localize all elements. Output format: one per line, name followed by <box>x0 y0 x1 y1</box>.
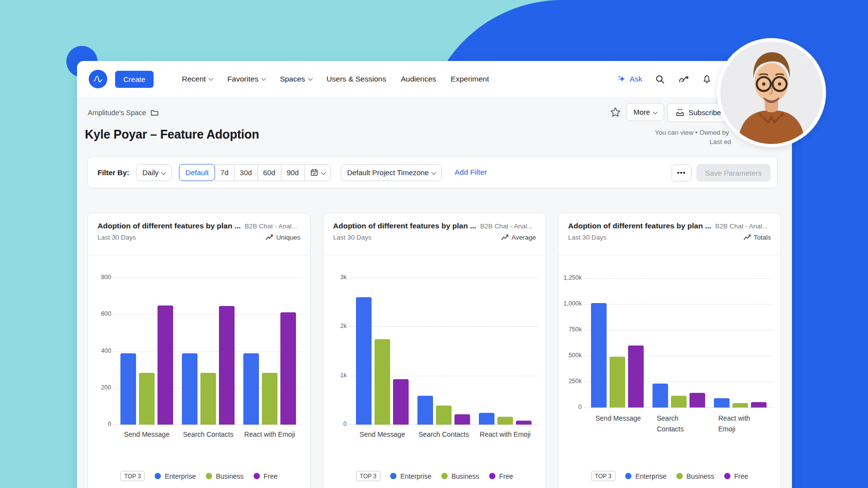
legend-item-business[interactable]: Business <box>676 472 714 480</box>
line-chart-icon <box>744 234 751 241</box>
bar-free[interactable] <box>454 414 470 425</box>
bar-business[interactable] <box>139 373 155 425</box>
chart-header: Adoption of different features by plan .… <box>323 213 546 255</box>
save-parameters-button[interactable]: Save Parameters <box>696 164 770 182</box>
app-window: Create Recent Favorites Spaces Users & S… <box>77 61 792 488</box>
y-tick-label: 200 <box>89 384 111 391</box>
x-axis-label: React with Emoji <box>718 413 767 434</box>
chart-title[interactable]: Adoption of different features by plan .… <box>98 222 241 230</box>
avatar[interactable] <box>717 38 826 147</box>
insights-icon[interactable] <box>678 74 689 85</box>
chart-title[interactable]: Adoption of different features by plan .… <box>333 222 476 230</box>
chevron-down-icon <box>653 110 658 115</box>
chart-title[interactable]: Adoption of different features by plan .… <box>568 222 711 230</box>
bar-business[interactable] <box>200 373 216 425</box>
legend-item-business[interactable]: Business <box>206 472 244 480</box>
bar-business[interactable] <box>436 406 452 425</box>
bar-enterprise[interactable] <box>182 353 197 425</box>
bar-group <box>352 297 413 425</box>
y-tick-label: 2k <box>324 323 347 330</box>
bar-business[interactable] <box>262 373 277 425</box>
bar-enterprise[interactable] <box>652 384 668 407</box>
bell-icon[interactable] <box>702 74 712 84</box>
page-title: Kyle Poyar – Feature Adoption <box>85 127 259 142</box>
legend-item-free[interactable]: Free <box>724 472 749 480</box>
chart-source: B2B Chat - Anal... <box>245 223 297 230</box>
bar-free[interactable] <box>280 312 296 425</box>
custom-date-button[interactable] <box>304 164 331 181</box>
screenshot-stage: Create Recent Favorites Spaces Users & S… <box>0 0 868 488</box>
ask-button[interactable]: Ask <box>617 74 642 84</box>
segment-7d[interactable]: 7d <box>215 164 235 181</box>
permission-text: You can view • Owned by <box>655 129 729 136</box>
x-axis-label: Send Message <box>352 430 413 438</box>
legend-item-free[interactable]: Free <box>254 472 278 480</box>
bar-enterprise[interactable] <box>356 297 372 425</box>
bar-enterprise[interactable] <box>591 303 607 407</box>
amplitude-logo-icon[interactable] <box>89 70 107 88</box>
legend-item-enterprise[interactable]: Enterprise <box>155 472 196 480</box>
bar-enterprise[interactable] <box>243 353 259 425</box>
chevron-down-icon <box>308 76 313 81</box>
nav-item-audiences[interactable]: Audiences <box>401 75 436 83</box>
bar-enterprise[interactable] <box>714 398 730 407</box>
y-tick-label: 3k <box>324 274 347 281</box>
bar-business[interactable] <box>375 339 390 425</box>
legend-item-enterprise[interactable]: Enterprise <box>390 472 432 480</box>
chart-range: Last 30 Days <box>568 234 607 241</box>
bar-enterprise[interactable] <box>417 396 433 425</box>
bar-enterprise[interactable] <box>479 413 494 425</box>
bar-free[interactable] <box>690 393 705 407</box>
more-button[interactable]: More <box>626 103 664 121</box>
top3-badge: TOP 3 <box>356 471 380 481</box>
bar-free[interactable] <box>628 346 644 407</box>
chart-source: B2B Chat - Anal... <box>480 223 533 230</box>
bar-group <box>178 306 239 425</box>
star-icon[interactable] <box>610 107 621 120</box>
more-options-button[interactable] <box>671 164 691 182</box>
legend-dot <box>390 473 396 479</box>
legend-item-business[interactable]: Business <box>441 472 479 480</box>
y-tick-label: 0 <box>89 421 111 427</box>
y-tick-label: 400 <box>89 347 111 354</box>
nav-item-experiment[interactable]: Experiment <box>451 75 489 83</box>
chart-legend: TOP 3 Enterprise Business Free <box>93 471 305 481</box>
add-filter-link[interactable]: Add Filter <box>454 168 487 177</box>
bar-group <box>116 305 178 425</box>
legend-item-enterprise[interactable]: Enterprise <box>625 472 667 480</box>
nav-item-spaces[interactable]: Spaces <box>280 75 312 83</box>
y-tick-label: 250k <box>559 378 582 385</box>
bar-free[interactable] <box>516 421 532 425</box>
top3-badge: TOP 3 <box>120 471 145 481</box>
segment-60d[interactable]: 60d <box>257 164 281 181</box>
nav-item-users-sessions[interactable]: Users & Sessions <box>327 75 386 83</box>
avatar-photo <box>720 41 823 144</box>
chart-legend: TOP 3 Enterprise Business Free <box>328 471 541 481</box>
bar-free[interactable] <box>158 305 173 425</box>
bar-free[interactable] <box>751 402 767 407</box>
bar-chart: 0200400600800Send MessageSearch Contacts… <box>116 278 300 425</box>
chart-header: Adoption of different features by plan .… <box>88 213 310 255</box>
top-nav: Create Recent Favorites Spaces Users & S… <box>77 61 792 97</box>
y-tick-label: 600 <box>89 311 111 318</box>
timezone-select[interactable]: Default Project Timezone <box>341 164 442 181</box>
search-icon[interactable] <box>655 74 665 84</box>
chart-card-totals: Adoption of different features by plan .… <box>558 213 781 488</box>
bar-business[interactable] <box>497 417 513 425</box>
nav-item-recent[interactable]: Recent <box>182 75 213 83</box>
bar-business[interactable] <box>610 357 625 407</box>
interval-select[interactable]: Daily <box>136 164 172 181</box>
bar-free[interactable] <box>219 306 235 425</box>
bar-enterprise[interactable] <box>120 353 136 425</box>
bar-free[interactable] <box>393 379 409 425</box>
segment-default[interactable]: Default <box>179 164 215 181</box>
segment-90d[interactable]: 90d <box>281 164 305 181</box>
nav-item-favorites[interactable]: Favorites <box>227 75 265 83</box>
legend-item-free[interactable]: Free <box>489 472 513 480</box>
bar-business[interactable] <box>732 403 748 407</box>
create-button[interactable]: Create <box>115 71 154 88</box>
bar-business[interactable] <box>671 396 687 407</box>
legend-dot <box>676 473 683 479</box>
breadcrumb[interactable]: Amplitude's Space <box>88 108 159 117</box>
segment-30d[interactable]: 30d <box>234 164 258 181</box>
